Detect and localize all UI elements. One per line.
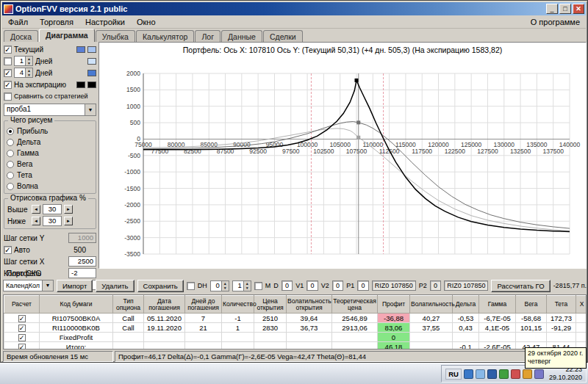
p1-input[interactable]: 0 xyxy=(357,280,369,291)
radio-Волна[interactable] xyxy=(7,183,14,190)
v1-input[interactable]: 0 xyxy=(306,280,318,291)
col-header-1[interactable]: Код бумаги xyxy=(40,296,113,314)
radio-Гамма[interactable] xyxy=(7,150,14,157)
col-header-6[interactable]: Цена открытия xyxy=(254,296,287,314)
tray-icon-5[interactable] xyxy=(523,369,532,379)
below-value[interactable]: 30 xyxy=(43,216,62,226)
current-color-chip-2[interactable] xyxy=(87,46,96,53)
menu-item-1[interactable]: Торговля xyxy=(34,17,79,27)
days1-down-icon[interactable]: ▼ xyxy=(26,61,32,65)
dh1-down-icon[interactable]: ▼ xyxy=(222,286,229,291)
language-indicator[interactable]: RU xyxy=(445,369,462,380)
expiration-color-chip-1[interactable] xyxy=(76,81,85,88)
days1-checkbox[interactable] xyxy=(4,57,12,65)
save-button[interactable]: Сохранить xyxy=(137,280,184,292)
menu-item-3[interactable]: Окно xyxy=(131,17,162,27)
title-bar[interactable]: OptionFVV версия 2.1 public _ □ ✕ xyxy=(2,2,586,15)
days2-spinner[interactable]: 4 ▲▼ xyxy=(14,68,33,78)
compare-checkbox[interactable] xyxy=(4,93,12,101)
grid-x-input[interactable]: 2500 xyxy=(68,256,96,267)
col-header-2[interactable]: Тип опциона xyxy=(113,296,144,314)
close-button[interactable]: ✕ xyxy=(573,4,584,14)
col-header-11[interactable]: Дельта xyxy=(453,296,479,314)
current-checkbox[interactable]: ✓ xyxy=(4,46,12,54)
col-header-13[interactable]: Вега xyxy=(516,296,547,314)
auto-checkbox[interactable]: ✓ xyxy=(4,246,12,254)
expiration-color-chip-2[interactable] xyxy=(87,81,96,88)
days1-row: 1 ▲▼ Дней xyxy=(3,55,97,67)
tray-icon-6[interactable] xyxy=(534,369,544,379)
menu-item-2[interactable]: Настройки xyxy=(79,17,131,27)
grid-y-input[interactable]: 1000 xyxy=(68,233,96,243)
menu-item-0[interactable]: Файл xyxy=(2,17,34,27)
tab-4[interactable]: Лог xyxy=(195,30,220,42)
tab-5[interactable]: Данные xyxy=(221,30,262,42)
sko-input[interactable]: -2 xyxy=(68,268,96,278)
days2-checkbox[interactable]: ✓ xyxy=(4,69,12,77)
above-value[interactable]: 30 xyxy=(43,204,62,214)
tab-0[interactable]: Доска xyxy=(4,30,38,42)
p2-input[interactable]: 0 xyxy=(430,280,442,291)
col-header-5[interactable]: Количество xyxy=(222,296,254,314)
days2-down-icon[interactable]: ▼ xyxy=(26,73,32,77)
days2-color-chip[interactable] xyxy=(87,70,96,76)
days1-color-chip[interactable] xyxy=(87,58,96,65)
profit-chart-panel[interactable]: 7500077500800008250085000875009000092500… xyxy=(98,42,587,269)
col-header-8[interactable]: Теоретическая цена xyxy=(332,296,378,314)
col-header-15[interactable]: X xyxy=(576,296,587,314)
below-right-icon[interactable]: ► xyxy=(64,217,73,225)
compare-row: Сравнить со стратегией xyxy=(3,90,97,102)
import-button[interactable]: Импорт xyxy=(57,280,93,292)
dh-checkbox[interactable] xyxy=(187,282,195,290)
svg-text:-3500: -3500 xyxy=(124,250,140,258)
radio-Дельта[interactable] xyxy=(7,139,14,146)
chevron-down-icon[interactable]: ▼ xyxy=(85,104,96,115)
col-header-14[interactable]: Тета xyxy=(547,296,576,314)
radio-Тета[interactable] xyxy=(7,172,14,179)
row-checkbox[interactable]: ✓ xyxy=(18,315,26,322)
tab-3[interactable]: Калькулятор xyxy=(136,30,194,42)
menu-about[interactable]: О программе xyxy=(525,17,586,27)
chevron-down-icon[interactable]: ▼ xyxy=(42,280,53,291)
portfolio-combobox[interactable]: КалендКол ▼ xyxy=(3,280,54,291)
above-right-icon[interactable]: ► xyxy=(64,205,73,214)
v2-input[interactable]: 0 xyxy=(332,280,344,291)
minimize-button[interactable]: _ xyxy=(546,4,558,14)
days1-spinner[interactable]: 1 ▲▼ xyxy=(14,56,33,66)
radio-Прибыль[interactable] xyxy=(7,128,14,135)
tab-2[interactable]: Улыбка xyxy=(96,30,135,42)
profit-chart[interactable]: 7500077500800008250085000875009000092500… xyxy=(99,43,587,269)
tab-1[interactable]: Диаграмма xyxy=(39,29,95,42)
tray-icon-3[interactable] xyxy=(499,369,509,379)
delete-button[interactable]: Удалить xyxy=(96,280,134,292)
col-header-10[interactable]: Волатильность xyxy=(410,296,453,314)
tray-icon-2[interactable] xyxy=(487,369,497,379)
col-header-12[interactable]: Гамма xyxy=(479,296,516,314)
dh2-down-icon[interactable]: ▼ xyxy=(244,286,251,291)
dh2-spinner[interactable]: 1 ▲▼ xyxy=(232,280,251,291)
above-left-icon[interactable]: ◄ xyxy=(32,205,40,214)
col-header-4[interactable]: Дней до погашения xyxy=(185,296,222,314)
dh1-spinner[interactable]: 0 ▲▼ xyxy=(210,280,229,291)
radio-Вега[interactable] xyxy=(7,161,14,168)
below-left-icon[interactable]: ◄ xyxy=(32,217,40,225)
row-checkbox[interactable]: ✓ xyxy=(18,334,26,341)
current-color-chip-1[interactable] xyxy=(76,46,85,53)
calc-margin-button[interactable]: Рассчитать ГО xyxy=(491,280,550,292)
row-checkbox[interactable]: ✓ xyxy=(18,344,26,349)
col-header-7[interactable]: Волатильность открытия xyxy=(287,296,332,314)
tray-icon-1[interactable] xyxy=(476,369,485,379)
tray-icon-0[interactable] xyxy=(464,369,473,379)
col-header-9[interactable]: Профит xyxy=(378,296,410,314)
taskbar[interactable]: RU 22:23 29.10.2020 xyxy=(0,363,588,384)
expiration-checkbox[interactable]: ✓ xyxy=(4,81,12,89)
d-input[interactable]: 0 xyxy=(282,280,293,291)
maximize-button[interactable]: □ xyxy=(559,4,571,14)
strategy-combobox[interactable]: проба1 ▼ xyxy=(4,104,96,116)
tab-6[interactable]: Сделки xyxy=(263,30,303,42)
row-checkbox[interactable]: ✓ xyxy=(18,325,26,332)
tray-icon-4[interactable] xyxy=(511,369,520,379)
col-header-0[interactable]: Расчет xyxy=(4,296,40,314)
col-header-3[interactable]: Дата погашения xyxy=(144,296,185,314)
m-checkbox[interactable] xyxy=(254,282,262,290)
